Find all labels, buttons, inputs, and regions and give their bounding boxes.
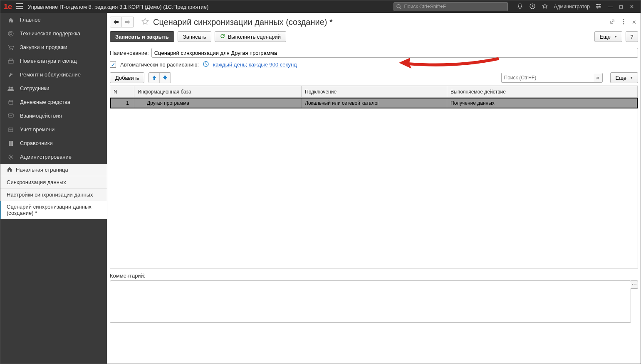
save-and-close-button[interactable]: Записать и закрыть — [110, 31, 174, 42]
toolbar: Записать и закрыть Записать Выполнить сц… — [110, 31, 638, 42]
svg-rect-18 — [10, 141, 12, 146]
svg-point-9 — [12, 49, 13, 50]
books-icon — [7, 140, 15, 146]
close-window-button[interactable]: ✕ — [626, 4, 637, 10]
sidebar-tab-label: Сценарий синхронизации данных (создание)… — [7, 204, 101, 216]
sidebar-tab-2[interactable]: Настройки синхронизации данных — [0, 189, 107, 201]
table-row[interactable]: 1Другая программаЛокальный или сетевой к… — [110, 98, 638, 108]
sidebar-tab-3[interactable]: Сценарий синхронизации данных (создание)… — [0, 201, 107, 219]
col-connection[interactable]: Подключение — [302, 86, 447, 97]
auto-schedule-checkbox[interactable]: ✓ — [110, 61, 116, 68]
more-button[interactable]: Еще — [594, 31, 622, 42]
gear-icon — [7, 154, 15, 160]
sidebar-item-4[interactable]: Ремонт и обслуживание — [0, 68, 107, 81]
global-search-placeholder: Поиск Ctrl+Shift+F — [404, 4, 446, 10]
move-up-button[interactable] — [149, 73, 160, 83]
table-more-button[interactable]: Еще — [610, 72, 638, 83]
minimize-button[interactable]: — — [605, 4, 616, 10]
add-button[interactable]: Добавить — [110, 72, 144, 83]
sidebar-tab-0[interactable]: Начальная страница — [0, 164, 107, 176]
sidebar-item-label: Закупки и продажи — [20, 44, 67, 50]
move-down-button[interactable] — [160, 73, 171, 83]
name-input[interactable] — [151, 48, 638, 58]
warehouse-icon — [7, 59, 15, 64]
money-icon — [7, 100, 15, 105]
col-infobase[interactable]: Информационная база — [134, 86, 302, 97]
table-search-clear[interactable]: × — [593, 73, 603, 83]
col-n[interactable]: N — [110, 86, 134, 97]
favorite-star-icon[interactable] — [141, 18, 149, 27]
sidebar-tab-1[interactable]: Синхронизация данных — [0, 176, 107, 189]
help-button[interactable]: ? — [626, 31, 638, 42]
run-scenario-button[interactable]: Выполнить сценарий — [215, 31, 286, 42]
sidebar-item-2[interactable]: Закупки и продажи — [0, 40, 107, 54]
bell-icon[interactable] — [517, 3, 523, 10]
svg-rect-10 — [8, 60, 13, 63]
history-icon[interactable] — [530, 3, 535, 10]
sidebar-item-9[interactable]: Справочники — [0, 136, 107, 150]
refresh-icon — [220, 34, 225, 40]
nav-back-button[interactable] — [110, 17, 122, 27]
run-scenario-label: Выполнить сценарий — [228, 34, 281, 40]
sidebar-tab-label: Настройки синхронизации данных — [7, 192, 93, 198]
sidebar-item-label: Денежные средства — [20, 99, 70, 105]
check-icon: ✓ — [111, 62, 115, 68]
comment-expand-button[interactable]: ⋯ — [631, 280, 638, 289]
star-icon[interactable] — [542, 3, 548, 10]
col-action[interactable]: Выполняемое действие — [447, 86, 638, 97]
window-title: Управление IT-отделом 8, редакция 3.1 КО… — [28, 4, 208, 10]
svg-text:7: 7 — [10, 129, 12, 132]
table-search-input[interactable] — [501, 73, 593, 83]
name-label: Наименование: — [110, 50, 149, 56]
svg-point-3 — [597, 4, 598, 5]
settings-lines-icon[interactable] — [596, 3, 601, 10]
sidebar-item-7[interactable]: Взаимодействия — [0, 109, 107, 123]
cart-icon — [7, 45, 15, 50]
main-content: Сценарий синхронизации данных (создание)… — [107, 13, 641, 364]
cell-connection: Локальный или сетевой каталог — [302, 98, 447, 108]
cell-action: Получение данных — [447, 98, 638, 108]
sidebar-item-3[interactable]: Номенклатура и склад — [0, 54, 107, 68]
clock-icon — [203, 61, 209, 68]
sidebar-tab-label: Синхронизация данных — [7, 179, 66, 185]
sidebar-item-1[interactable]: Техническая поддержка — [0, 27, 107, 40]
cell-infobase: Другая программа — [134, 98, 302, 108]
svg-point-6 — [8, 31, 13, 36]
calendar-icon: 7 — [7, 127, 15, 132]
svg-point-23 — [623, 23, 624, 24]
sidebar-item-0[interactable]: Главное — [0, 13, 107, 27]
save-button[interactable]: Записать — [178, 31, 212, 42]
maximize-button[interactable]: ◻ — [616, 4, 626, 10]
comment-label: Комментарий: — [110, 273, 638, 279]
schedule-row: ✓ Автоматически по расписанию: каждый де… — [110, 61, 638, 68]
page-header: Сценарий синхронизации данных (создание)… — [110, 15, 638, 30]
link-icon[interactable] — [608, 17, 617, 27]
svg-point-20 — [10, 156, 12, 158]
svg-point-4 — [599, 5, 600, 7]
grid-header: N Информационная база Подключение Выполн… — [110, 86, 638, 98]
sidebar-tab-label: Начальная страница — [16, 167, 68, 173]
sidebar-item-10[interactable]: Администрирование — [0, 150, 107, 164]
sidebar-item-label: Техническая поддержка — [20, 30, 80, 37]
data-grid[interactable]: N Информационная база Подключение Выполн… — [110, 86, 638, 268]
table-toolbar: Добавить × Еще — [110, 72, 638, 83]
name-field-row: Наименование: — [110, 48, 638, 58]
main-menu-icon[interactable] — [16, 3, 23, 10]
close-tab-icon[interactable]: ✕ — [630, 17, 638, 27]
global-search[interactable]: Поиск Ctrl+Shift+F — [394, 2, 508, 11]
search-icon — [396, 4, 401, 9]
svg-point-0 — [397, 5, 400, 8]
kebab-icon[interactable] — [621, 17, 626, 27]
user-name[interactable]: Администратор — [554, 4, 590, 10]
page-title: Сценарий синхронизации данных (создание)… — [153, 17, 333, 27]
sidebar-item-5[interactable]: Сотрудники — [0, 81, 107, 95]
comment-textarea[interactable] — [110, 280, 631, 323]
nav-buttons — [110, 17, 134, 27]
sidebar-item-8[interactable]: 7Учет времени — [0, 123, 107, 136]
sidebar-item-label: Учет времени — [20, 126, 54, 133]
schedule-link[interactable]: каждый день; каждые 900 секунд — [213, 61, 297, 68]
auto-schedule-label: Автоматически по расписанию: — [120, 61, 199, 68]
nav-forward-button[interactable] — [122, 17, 134, 27]
svg-point-7 — [10, 32, 12, 34]
sidebar-item-6[interactable]: Денежные средства — [0, 95, 107, 109]
